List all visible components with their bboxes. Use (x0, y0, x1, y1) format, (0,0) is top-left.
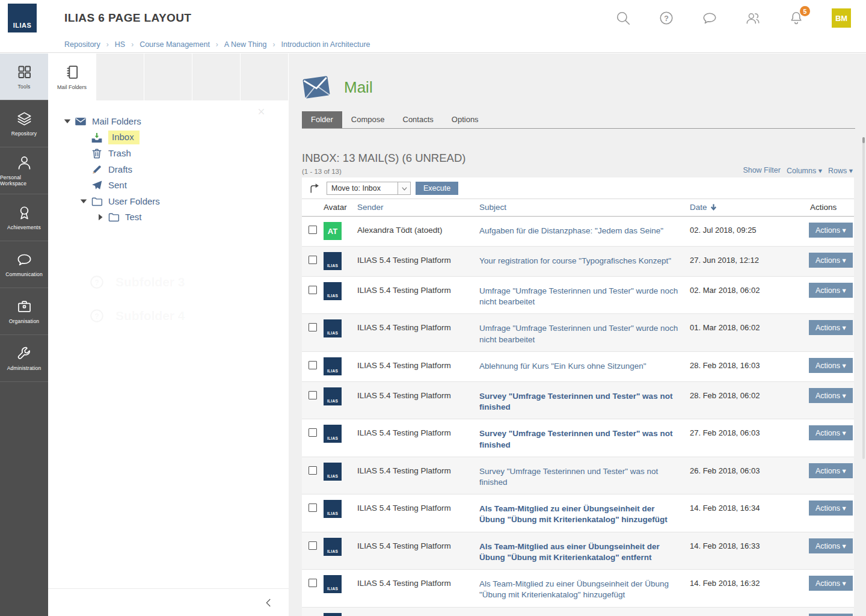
move-action-icon (308, 182, 321, 195)
mail-sender: ILIAS 5.4 Testing Platform (357, 425, 479, 437)
help-icon[interactable]: ? (659, 10, 674, 26)
tab-options[interactable]: Options (443, 111, 488, 128)
row-checkbox[interactable] (309, 504, 317, 512)
mail-subject-link[interactable]: Survey "Umfrage Testerinnen und Tester" … (479, 387, 690, 413)
row-actions-button[interactable]: Actions ▾ (809, 463, 853, 478)
rows-dropdown[interactable]: Rows ▾ (828, 166, 853, 175)
column-header-avatar: Avatar (324, 203, 357, 212)
breadcrumb-item-introduction-in-architecture[interactable]: Introduction in Architecture (281, 40, 370, 49)
slate-tab-mail-folders[interactable]: Mail Folders (48, 54, 96, 100)
mail-subject-link[interactable]: Umfrage "Umfrage Testerinnen und Tester"… (479, 282, 690, 307)
tree-item-sent[interactable]: Sent (48, 177, 289, 194)
ilias-logo-text: ILIAS (13, 22, 32, 29)
mail-subject-link[interactable]: Survey "Umfrage Testerinnen und Tester" … (479, 463, 690, 488)
mail-subject-link[interactable]: Your registration for course "Typografis… (479, 252, 690, 266)
tree-item-mail-folders[interactable]: Mail Folders (48, 114, 289, 130)
column-header-date[interactable]: Date (690, 203, 809, 212)
sender-avatar: ILIAS (324, 500, 342, 518)
chat-icon[interactable] (702, 10, 717, 26)
row-actions-button[interactable]: Actions ▾ (809, 283, 853, 298)
row-checkbox[interactable] (309, 361, 317, 369)
row-checkbox[interactable] (309, 256, 317, 264)
svg-text:?: ? (94, 278, 99, 287)
sender-avatar: ILIAS (324, 613, 342, 616)
mail-subject-link[interactable]: Aufgaben für die Distanzphase: "Jedem da… (479, 222, 690, 236)
ilias-app: ILIAS ILIAS 6 PAGE LAYOUT ?5BM Repositor… (0, 0, 866, 616)
search-icon[interactable] (615, 10, 631, 26)
scrollbar-thumb[interactable] (862, 137, 865, 143)
column-header-subject[interactable]: Subject (479, 203, 690, 212)
inbox-icon (91, 132, 103, 144)
row-actions-button[interactable]: Actions ▾ (809, 425, 853, 440)
sidebar-item-repository[interactable]: Repository (0, 100, 48, 147)
row-checkbox[interactable] (309, 579, 317, 587)
sidebar-item-label: Personal Workspace (0, 174, 48, 186)
sender-avatar: ILIAS (324, 463, 342, 481)
show-filter-link[interactable]: Show Filter (743, 166, 781, 175)
column-header-sender[interactable]: Sender (357, 203, 479, 212)
row-actions-button[interactable]: Actions ▾ (809, 320, 853, 335)
caret-down-icon[interactable] (76, 197, 91, 206)
sidebar-item-tools[interactable]: Tools (0, 54, 48, 100)
mail-table: Move to: Inbox Execute Avatar Sender Sub… (302, 177, 854, 616)
bell-icon[interactable]: 5 (788, 10, 804, 26)
row-actions-button[interactable]: Actions ▾ (809, 576, 853, 591)
user-avatar[interactable]: BM (832, 8, 851, 28)
mail-sender: ILIAS 5.4 Testing Platform (357, 387, 479, 400)
tab-compose[interactable]: Compose (342, 111, 394, 128)
execute-button[interactable]: Execute (416, 182, 458, 195)
breadcrumb-item-course-management[interactable]: Course Management (140, 40, 210, 49)
mail-subject-link[interactable]: Als Team-Mitglied zu einer Übungseinheit… (479, 575, 690, 600)
breadcrumb-item-a-new-thing[interactable]: A New Thing (224, 40, 267, 49)
inbox-heading: INBOX: 13 MAIL(S) (6 UNREAD) (302, 152, 465, 165)
sidebar-item-communication[interactable]: Communication (0, 241, 48, 288)
row-checkbox[interactable] (309, 323, 317, 331)
caret-right-icon[interactable] (93, 213, 108, 221)
row-checkbox[interactable] (309, 226, 317, 234)
move-to-select[interactable]: Move to: Inbox (327, 182, 411, 195)
tab-contacts[interactable]: Contacts (394, 111, 443, 128)
columns-dropdown[interactable]: Columns ▾ (787, 166, 822, 175)
sender-avatar: ILIAS (324, 357, 342, 375)
tab-folder[interactable]: Folder (302, 111, 342, 128)
mail-subject-link[interactable]: Umfrage "Umfrage Testerinnen und Tester"… (479, 319, 690, 345)
row-checkbox[interactable] (309, 286, 317, 294)
mail-subject-link[interactable]: Survey "Umfrage Testerinnen und Tester" … (479, 425, 690, 450)
mail-subject-link[interactable]: Ablehnung für Kurs "Ein Kurs ohne Sitzun… (479, 357, 690, 372)
row-actions-button[interactable]: Actions ▾ (809, 253, 853, 268)
mail-row: ILIASILIAS 5.4 Testing PlatformAls Team-… (302, 608, 854, 616)
tree-item-inbox[interactable]: Inbox (48, 130, 289, 146)
content-scrollbar[interactable] (862, 137, 865, 459)
sidebar-item-personal-workspace[interactable]: Personal Workspace (0, 147, 48, 194)
mail-subject-link[interactable]: Als Team-Mitglied aus einer Übungseinhei… (479, 538, 690, 563)
row-actions-button[interactable]: Actions ▾ (809, 223, 853, 238)
tree-item-user-folders[interactable]: User Folders (48, 194, 289, 210)
row-checkbox[interactable] (309, 428, 317, 437)
row-actions-button[interactable]: Actions ▾ (809, 538, 853, 553)
mail-subject-link[interactable]: Als Team-Mitglied zu einer Übungseinheit… (479, 500, 690, 525)
sidebar-item-achievements[interactable]: Achievements (0, 194, 48, 241)
tree-item-trash[interactable]: Trash (48, 146, 289, 162)
caret-spacer (76, 165, 91, 174)
collapse-panel-icon[interactable] (263, 597, 274, 608)
row-checkbox[interactable] (309, 541, 317, 550)
row-actions-button[interactable]: Actions ▾ (809, 358, 853, 373)
sidebar-item-administration[interactable]: Administration (0, 335, 48, 382)
tools-slate: Mail Folders × Mail FoldersInboxTrashDra… (48, 54, 289, 616)
breadcrumb-item-repository[interactable]: Repository (64, 40, 100, 49)
row-actions-button[interactable]: Actions ▾ (809, 614, 853, 616)
breadcrumb-item-hs[interactable]: HS (115, 40, 125, 49)
contacts-icon[interactable] (745, 10, 761, 26)
ilias-logo[interactable]: ILIAS (8, 4, 37, 32)
sidebar-item-organisation[interactable]: Organisation (0, 288, 48, 335)
row-checkbox[interactable] (309, 466, 317, 475)
mail-subject-link[interactable]: Als Team-Mitglied zu einer Übungseinheit… (479, 613, 690, 616)
tree-item-drafts[interactable]: Drafts (48, 162, 289, 178)
mail-sender: ILIAS 5.4 Testing Platform (357, 282, 479, 295)
pencil-icon (91, 164, 103, 176)
row-actions-button[interactable]: Actions ▾ (809, 388, 853, 403)
tree-item-test[interactable]: Test (48, 209, 289, 226)
caret-down-icon[interactable] (60, 117, 75, 126)
row-actions-button[interactable]: Actions ▾ (809, 500, 853, 516)
row-checkbox[interactable] (309, 391, 317, 399)
